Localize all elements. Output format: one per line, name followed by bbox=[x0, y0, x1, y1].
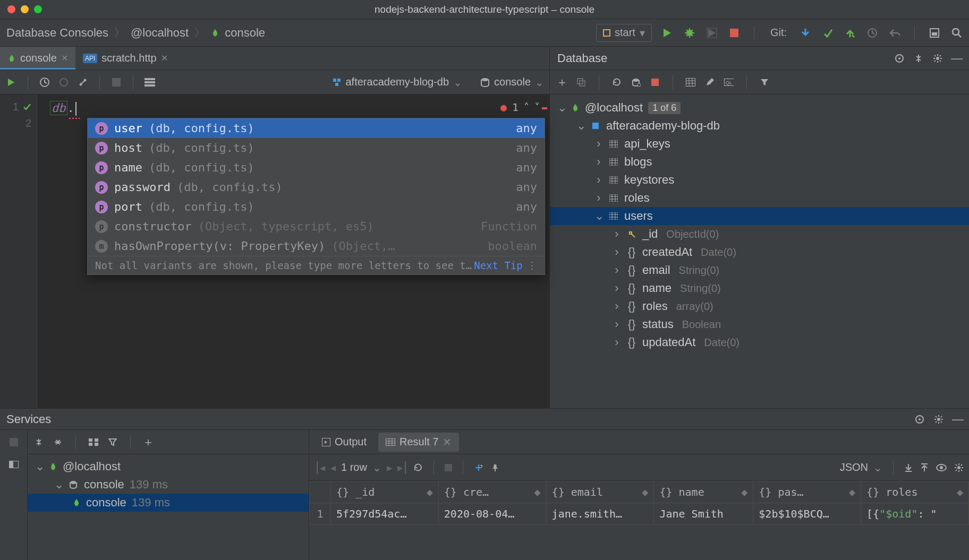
zoom-window-button[interactable] bbox=[34, 5, 42, 13]
column-header[interactable]: {} pas…◆ bbox=[753, 481, 861, 503]
table-view-icon[interactable] bbox=[686, 77, 695, 87]
tree-node-table[interactable]: ⌄users bbox=[550, 207, 969, 225]
service-node-query[interactable]: console 139 ms bbox=[28, 494, 309, 512]
query-console-icon[interactable]: QL bbox=[724, 77, 734, 87]
cell-name[interactable]: Jane Smith bbox=[654, 503, 753, 525]
tree-node-schema[interactable]: ⌄ afteracademy-blog-db bbox=[550, 117, 969, 135]
output-tab[interactable]: Output bbox=[314, 433, 374, 451]
viewer-selector[interactable]: JSON ⌄ bbox=[840, 461, 882, 474]
tree-node-datasource[interactable]: ⌄ @localhost 1 of 6 bbox=[550, 99, 969, 117]
tree-node-column[interactable]: ›{}nameString(0) bbox=[550, 279, 969, 297]
result-tab[interactable]: Result 7 ✕ bbox=[378, 433, 459, 452]
stop-icon[interactable] bbox=[110, 76, 122, 88]
cell-id[interactable]: 5f297d54ac… bbox=[331, 503, 439, 525]
tree-node-column[interactable]: ›{}rolesarray(0) bbox=[550, 297, 969, 315]
layout-icon[interactable] bbox=[144, 76, 156, 88]
tree-node-column[interactable]: ›{}createdAtDate(0) bbox=[550, 243, 969, 261]
cell-email[interactable]: jane.smith… bbox=[546, 503, 654, 525]
git-history-icon[interactable] bbox=[866, 27, 878, 39]
last-page-icon[interactable]: ▸⎮ bbox=[397, 461, 408, 474]
column-header[interactable]: {} cre…◆ bbox=[438, 481, 546, 503]
git-push-icon[interactable] bbox=[844, 27, 856, 39]
first-page-icon[interactable]: ⎮◂ bbox=[314, 461, 325, 474]
reload-icon[interactable] bbox=[413, 463, 423, 472]
undo-icon[interactable] bbox=[889, 27, 900, 39]
close-tab-icon[interactable]: ✕ bbox=[443, 436, 452, 449]
filter-icon[interactable] bbox=[108, 437, 117, 447]
tree-node-column[interactable]: ›{}updatedAtDate(0) bbox=[550, 333, 969, 351]
layout-icon[interactable] bbox=[9, 460, 19, 469]
next-page-icon[interactable]: ▸ bbox=[387, 461, 392, 474]
completion-item[interactable]: p constructor (Object, typescript, es5) … bbox=[88, 217, 545, 236]
settings-icon[interactable] bbox=[77, 76, 89, 88]
coverage-button[interactable] bbox=[706, 27, 718, 39]
session-selector[interactable]: console ⌄ bbox=[480, 76, 544, 89]
row-count-label[interactable]: 1 row bbox=[341, 461, 367, 473]
gear-icon[interactable] bbox=[934, 415, 944, 424]
collapse-all-icon[interactable] bbox=[53, 437, 63, 447]
breadcrumb[interactable]: Database Consoles 〉 @localhost 〉 console bbox=[6, 25, 265, 41]
group-icon[interactable] bbox=[89, 437, 98, 447]
tree-node-column[interactable]: ›_idObjectId(0) bbox=[550, 225, 969, 243]
chevron-down-icon[interactable]: ⌄ bbox=[372, 461, 381, 474]
completion-item[interactable]: p port (db, config.ts) any bbox=[88, 197, 545, 217]
close-tab-icon[interactable]: ✕ bbox=[161, 53, 168, 63]
service-node-datasource[interactable]: ⌄ @localhost bbox=[28, 458, 309, 476]
service-node-console[interactable]: ⌄ console 139 ms bbox=[28, 476, 309, 494]
cell-password[interactable]: $2b$10$BCQ… bbox=[753, 503, 861, 525]
git-update-icon[interactable] bbox=[800, 27, 811, 39]
gear-icon[interactable] bbox=[933, 54, 942, 63]
cell-createdat[interactable]: 2020-08-04… bbox=[438, 503, 546, 525]
more-menu-icon[interactable]: ⋮ bbox=[527, 260, 537, 271]
expand-all-icon[interactable] bbox=[34, 437, 44, 447]
duplicate-icon[interactable] bbox=[576, 77, 586, 87]
breadcrumb-item[interactable]: Database Consoles bbox=[6, 26, 108, 40]
prev-error-icon[interactable]: ˄ bbox=[524, 101, 529, 114]
collapse-icon[interactable] bbox=[914, 54, 923, 63]
column-header[interactable]: {} email◆ bbox=[546, 481, 654, 503]
stop-button[interactable] bbox=[728, 27, 740, 39]
git-commit-icon[interactable] bbox=[822, 27, 834, 39]
run-button[interactable] bbox=[661, 27, 673, 39]
stop-icon[interactable] bbox=[9, 437, 19, 447]
result-grid[interactable]: {} _id◆ {} cre…◆ {} email◆ {} name◆ {} p… bbox=[309, 481, 969, 560]
tree-node-table[interactable]: ›roles bbox=[550, 189, 969, 207]
tree-node-table[interactable]: ›blogs bbox=[550, 153, 969, 171]
pin-icon[interactable] bbox=[491, 463, 499, 472]
stop-icon[interactable] bbox=[445, 464, 452, 471]
run-config-selector[interactable]: start ▾ bbox=[596, 24, 652, 42]
editor-tab-console[interactable]: console ✕ bbox=[0, 47, 75, 70]
import-up-icon[interactable] bbox=[920, 463, 929, 472]
completion-popup[interactable]: p user (db, config.ts) any p host (db, c… bbox=[87, 118, 545, 275]
column-header[interactable]: {} roles◆ bbox=[861, 481, 969, 503]
error-stripe-mark[interactable] bbox=[542, 107, 547, 109]
close-window-button[interactable] bbox=[7, 5, 15, 13]
refresh-icon[interactable] bbox=[612, 77, 622, 87]
sync-icon[interactable] bbox=[631, 77, 641, 87]
code-editor[interactable]: 1 2 db. ● 1 ˄ ˅ bbox=[0, 94, 549, 408]
tree-node-table[interactable]: ›api_keys bbox=[550, 135, 969, 153]
tree-node-column[interactable]: ›{}emailString(0) bbox=[550, 261, 969, 279]
gear-icon[interactable] bbox=[954, 463, 964, 472]
history-icon[interactable] bbox=[39, 76, 50, 88]
search-everywhere-icon[interactable] bbox=[951, 27, 963, 39]
tree-node-table[interactable]: ›keystores bbox=[550, 171, 969, 189]
export-down-icon[interactable] bbox=[904, 463, 913, 472]
database-tree[interactable]: ⌄ @localhost 1 of 6 ⌄ afteracademy-blog-… bbox=[550, 94, 969, 408]
completion-item[interactable]: p host (db, config.ts) any bbox=[88, 138, 545, 158]
close-tab-icon[interactable]: ✕ bbox=[61, 53, 68, 63]
table-row[interactable]: 1 5f297d54ac… 2020-08-04… jane.smith… Ja… bbox=[310, 503, 969, 525]
add-row-icon[interactable] bbox=[474, 463, 483, 472]
breadcrumb-item[interactable]: console bbox=[225, 26, 265, 40]
tx-icon[interactable] bbox=[58, 76, 70, 88]
completion-item[interactable]: p name (db, config.ts) any bbox=[88, 158, 545, 177]
execute-button[interactable] bbox=[5, 76, 17, 88]
services-tree[interactable]: ⌄ @localhost ⌄ console 139 ms console 13… bbox=[28, 454, 309, 560]
editor-tab-scratch[interactable]: API scratch.http ✕ bbox=[75, 47, 175, 70]
breadcrumb-item[interactable]: @localhost bbox=[131, 26, 189, 40]
edit-icon[interactable] bbox=[705, 77, 715, 87]
code-body[interactable]: db. ● 1 ˄ ˅ p user (db, config.ts) bbox=[37, 94, 549, 408]
filter-icon[interactable] bbox=[760, 77, 769, 87]
debug-button[interactable] bbox=[684, 27, 695, 39]
column-header[interactable]: {} _id◆ bbox=[331, 481, 439, 503]
